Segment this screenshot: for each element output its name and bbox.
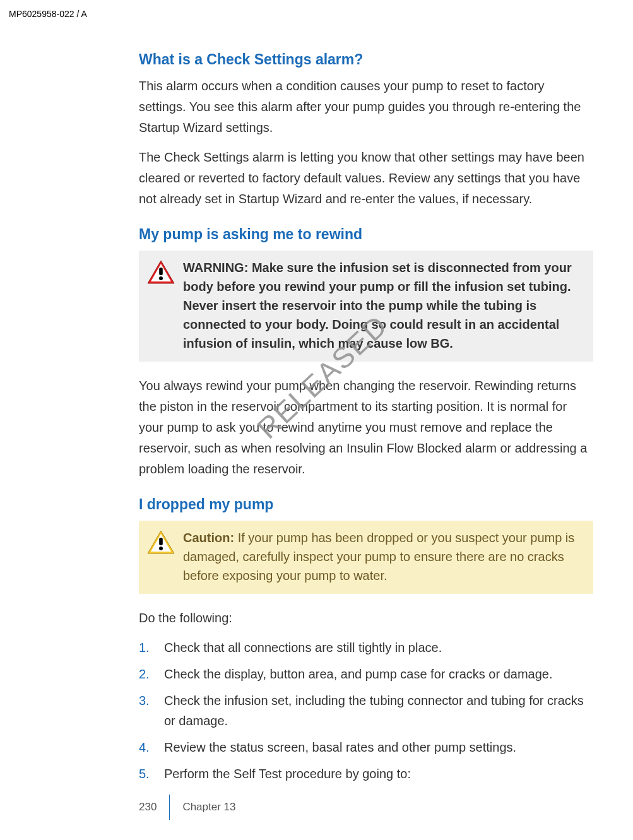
- warning-label: WARNING:: [183, 261, 252, 275]
- page-footer: 230 Chapter 13: [139, 798, 236, 816]
- svg-point-7: [159, 547, 163, 550]
- page-content: What is a Check Settings alarm? This ala…: [139, 35, 593, 790]
- section-heading-rewind: My pump is asking me to rewind: [139, 226, 593, 243]
- list-number: 4.: [139, 737, 150, 757]
- caution-label: Caution:: [183, 531, 238, 545]
- list-text: Check the infusion set, including the tu…: [164, 694, 584, 728]
- svg-rect-2: [159, 268, 163, 275]
- list-number: 5.: [139, 764, 150, 784]
- list-number: 1.: [139, 637, 150, 658]
- list-item: 1.Check that all connections are still t…: [139, 637, 593, 658]
- list-item: 2.Check the display, button area, and pu…: [139, 664, 593, 684]
- list-item: 4.Review the status screen, basal rates …: [139, 737, 593, 757]
- svg-rect-6: [159, 538, 163, 545]
- warning-icon: [146, 259, 175, 287]
- caution-body: If your pump has been dropped or you sus…: [183, 531, 574, 583]
- section-heading-check-settings: What is a Check Settings alarm?: [139, 51, 593, 68]
- paragraph: The Check Settings alarm is letting you …: [139, 147, 593, 210]
- chapter-label: Chapter 13: [182, 801, 235, 813]
- caution-text: Caution: If your pump has been dropped o…: [183, 528, 582, 585]
- lead-text: Do the following:: [139, 608, 593, 629]
- paragraph: This alarm occurs when a condition cause…: [139, 76, 593, 138]
- paragraph: You always rewind your pump when changin…: [139, 376, 593, 480]
- caution-icon: [146, 529, 175, 557]
- list-number: 2.: [139, 664, 150, 684]
- list-text: Check that all connections are still tig…: [164, 641, 442, 654]
- footer-divider: [169, 795, 170, 820]
- list-text: Check the display, button area, and pump…: [164, 667, 553, 681]
- document-id: MP6025958-022 / A: [9, 9, 87, 19]
- steps-list: 1.Check that all connections are still t…: [139, 637, 593, 784]
- section-heading-dropped: I dropped my pump: [139, 496, 593, 513]
- list-item: 5.Perform the Self Test procedure by goi…: [139, 764, 593, 784]
- list-text: Review the status screen, basal rates an…: [164, 740, 516, 754]
- list-text: Perform the Self Test procedure by going…: [164, 767, 411, 781]
- warning-text: WARNING: Make sure the infusion set is d…: [183, 258, 582, 353]
- list-item: 3.Check the infusion set, including the …: [139, 690, 593, 731]
- svg-point-3: [159, 276, 163, 280]
- list-number: 3.: [139, 690, 150, 711]
- caution-callout: Caution: If your pump has been dropped o…: [139, 521, 593, 594]
- warning-callout: WARNING: Make sure the infusion set is d…: [139, 251, 593, 362]
- page-number: 230: [139, 801, 169, 813]
